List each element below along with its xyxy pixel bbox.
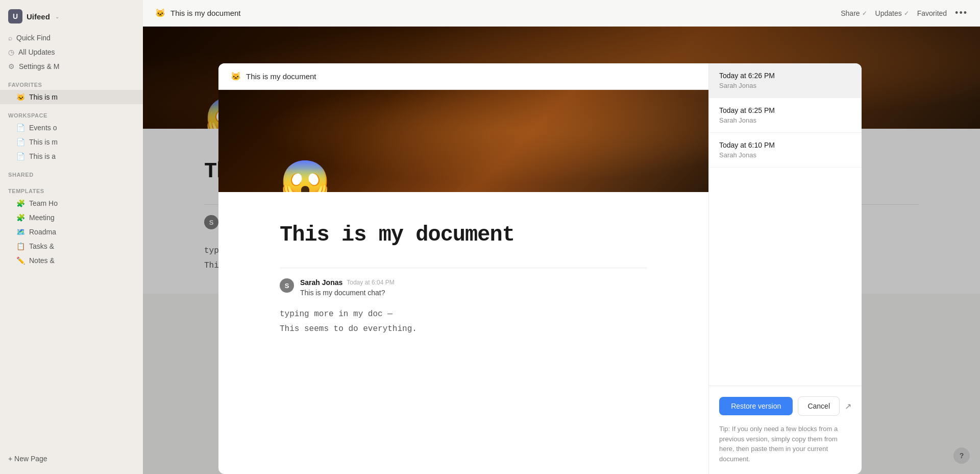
modal-text-line-2: This seems to do everything.: [280, 322, 647, 337]
version-time-2: Today at 6:10 PM: [719, 141, 851, 149]
favorited-button[interactable]: Favorited: [917, 9, 947, 17]
templates-section-label: TEMPLATES: [0, 180, 143, 196]
version-tip: Tip: If you only need a few blocks from …: [719, 424, 851, 464]
sidebar-item-workspace-0[interactable]: 📄 Events o: [0, 121, 143, 135]
sidebar-item-workspace-1[interactable]: 📄 This is m: [0, 135, 143, 149]
modal-container: 🐱 This is my document 😱 This is my docum…: [218, 63, 980, 474]
updates-button[interactable]: Updates ✓: [875, 9, 909, 17]
sidebar-item-workspace-2[interactable]: 📄 This is a: [0, 149, 143, 163]
sidebar-item-quick-find[interactable]: ⌕ Quick Find: [0, 31, 143, 45]
version-author-1: Sarah Jonas: [719, 116, 851, 124]
header-title: This is my document: [170, 9, 241, 17]
sidebar-item-template-1[interactable]: 🧩 Meeting: [0, 210, 143, 225]
modal-doc-text: typing more in my doc — This seems to do…: [280, 307, 647, 337]
version-item-1[interactable]: Today at 6:25 PM Sarah Jonas: [709, 98, 862, 133]
template1-icon: 🧩: [16, 214, 25, 222]
sidebar-item-template-0[interactable]: 🧩 Team Ho: [0, 196, 143, 210]
favorites-doc-icon: 🐱: [16, 93, 25, 101]
sidebar-item-settings[interactable]: ⚙ Settings & M: [0, 59, 143, 74]
modal-chat-item: S Sarah Jonas Today at 6:04 PM This is m…: [280, 278, 647, 297]
sidebar-item-favorites-doc[interactable]: 🐱 This is m: [0, 90, 143, 104]
version-item-2[interactable]: Today at 6:10 PM Sarah Jonas: [709, 133, 862, 168]
sidebar-header: U Uifeed ⌄: [0, 4, 143, 29]
workspace-doc0-icon: 📄: [16, 124, 25, 132]
template0-icon: 🧩: [16, 199, 25, 207]
modal-chat-message: This is my document chat?: [300, 289, 647, 297]
version-author-0: Sarah Jonas: [719, 82, 851, 89]
cursor-icon: ↗: [845, 401, 851, 411]
sidebar-item-template-4[interactable]: ✏️ Notes &: [0, 253, 143, 268]
cancel-button[interactable]: Cancel: [798, 396, 840, 416]
more-options-button[interactable]: •••: [955, 8, 968, 18]
settings-icon: ⚙: [8, 62, 15, 70]
share-check-icon: ✓: [862, 10, 867, 17]
version-time-1: Today at 6:25 PM: [719, 106, 851, 114]
header-left: 🐱 This is my document: [155, 8, 241, 18]
share-button[interactable]: Share ✓: [841, 9, 867, 17]
sidebar-item-all-updates[interactable]: ◷ All Updates: [0, 45, 143, 59]
modal-chat-meta: Sarah Jonas Today at 6:04 PM: [300, 278, 647, 287]
restore-version-button[interactable]: Restore version: [719, 397, 793, 415]
workspace-doc1-icon: 📄: [16, 138, 25, 146]
updates-icon: ◷: [8, 48, 14, 56]
modal-emoji: 😱: [280, 161, 331, 192]
workspace-section-label: WORKSPACE: [0, 104, 143, 121]
modal-banner: 😱: [218, 90, 708, 192]
app-chevron-icon: ⌄: [55, 14, 59, 19]
version-panel: Today at 6:26 PM Sarah Jonas Today at 6:…: [708, 63, 862, 474]
version-item-0[interactable]: Today at 6:26 PM Sarah Jonas: [709, 63, 862, 98]
modal-content: This is my document S Sarah Jonas: [218, 192, 708, 357]
sidebar-item-template-3[interactable]: 📋 Tasks &: [0, 239, 143, 253]
modal-chat-author: Sarah Jonas: [300, 278, 342, 287]
modal-main: 🐱 This is my document 😱 This is my docum…: [218, 63, 708, 474]
document-area: 😱 This is my document S Sarah Jonas Toda…: [143, 27, 980, 474]
modal-chat-body: Sarah Jonas Today at 6:04 PM This is my …: [300, 278, 647, 297]
sidebar: U Uifeed ⌄ ⌕ Quick Find ◷ All Updates ⚙ …: [0, 0, 143, 474]
modal-chat: S Sarah Jonas Today at 6:04 PM This is m…: [280, 268, 647, 297]
main-content: 🐱 This is my document Share ✓ Updates ✓ …: [143, 0, 980, 474]
header-doc-emoji: 🐱: [155, 8, 165, 18]
modal-chat-time: Today at 6:04 PM: [347, 279, 394, 286]
modal-title: This is my document: [246, 72, 316, 81]
app-logo: U: [8, 9, 22, 23]
version-buttons: Restore version Cancel ↗: [719, 396, 851, 416]
new-page-button[interactable]: + New Page: [0, 452, 143, 466]
version-actions: Restore version Cancel ↗ Tip: If you onl…: [709, 386, 862, 474]
modal-header-emoji: 🐱: [231, 72, 241, 81]
updates-check-icon: ✓: [904, 10, 909, 17]
version-list: Today at 6:26 PM Sarah Jonas Today at 6:…: [709, 63, 862, 386]
modal-doc-title: This is my document: [280, 223, 647, 247]
main-header: 🐱 This is my document Share ✓ Updates ✓ …: [143, 0, 980, 27]
modal-avatar: S: [280, 278, 294, 293]
sidebar-bottom: + New Page: [0, 452, 143, 470]
modal-text-line-1: typing more in my doc —: [280, 307, 647, 322]
favorites-section-label: FAVORITES: [0, 74, 143, 90]
modal-header: 🐱 This is my document: [218, 63, 708, 90]
header-actions: Share ✓ Updates ✓ Favorited •••: [841, 8, 968, 18]
app-name: Uifeed: [27, 12, 50, 21]
shared-section-label: SHARED: [0, 163, 143, 180]
modal-body: 😱 This is my document S: [218, 90, 708, 474]
template2-icon: 🗺️: [16, 228, 25, 236]
template4-icon: ✏️: [16, 256, 25, 265]
sidebar-item-template-2[interactable]: 🗺️ Roadma: [0, 225, 143, 239]
workspace-doc2-icon: 📄: [16, 152, 25, 160]
version-time-0: Today at 6:26 PM: [719, 72, 851, 80]
version-author-2: Sarah Jonas: [719, 151, 851, 159]
search-icon: ⌕: [8, 34, 12, 42]
template3-icon: 📋: [16, 242, 25, 250]
